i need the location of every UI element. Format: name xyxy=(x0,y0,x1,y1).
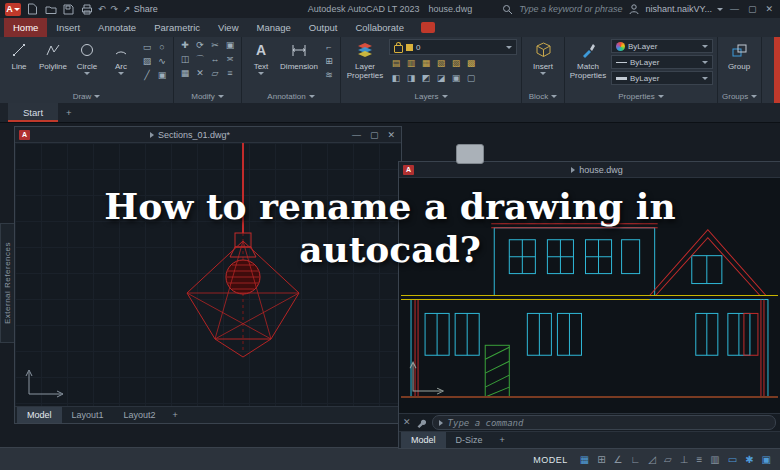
undo-icon[interactable]: ↶ xyxy=(98,5,106,14)
panel-label-draw[interactable]: Draw xyxy=(4,90,169,103)
fillet-icon[interactable]: ⌒ xyxy=(193,53,207,66)
text-tool-button[interactable]: A Text xyxy=(246,39,276,75)
external-references-panel-tab[interactable]: External References xyxy=(0,223,15,343)
match-properties-button[interactable]: Match Properties xyxy=(569,39,607,80)
new-file-icon[interactable] xyxy=(26,3,39,16)
offset-icon[interactable]: ▱ xyxy=(208,67,222,80)
ribbon-tab-parametric[interactable]: Parametric xyxy=(145,18,209,37)
region-icon[interactable]: ▣ xyxy=(155,69,169,82)
arc-tool-button[interactable]: Arc xyxy=(106,39,136,75)
command-close-icon[interactable]: ✕ xyxy=(403,418,411,427)
redo-icon[interactable]: ↷ xyxy=(111,5,119,14)
wrench-icon[interactable] xyxy=(415,416,428,429)
layer-isolate-icon[interactable]: ▨ xyxy=(449,57,463,70)
sections-maximize-button[interactable]: ▢ xyxy=(368,130,381,140)
viewcube[interactable] xyxy=(456,144,484,164)
autocad-logo-icon[interactable]: A xyxy=(5,3,21,16)
ribbon-tab-annotate[interactable]: Annotate xyxy=(89,18,145,37)
object-color-dropdown[interactable]: ByLayer xyxy=(611,39,713,53)
print-icon[interactable] xyxy=(80,3,93,16)
ribbon-tab-view[interactable]: View xyxy=(209,18,247,37)
snap-icon[interactable]: ⊞ xyxy=(597,455,605,465)
layer-merge-icon[interactable]: ◩ xyxy=(419,72,433,85)
ribbon-tab-manage[interactable]: Manage xyxy=(248,18,300,37)
array-icon[interactable]: ▦ xyxy=(178,67,192,80)
search-icon[interactable] xyxy=(501,3,514,16)
new-drawing-tab-button[interactable]: + xyxy=(58,103,80,122)
layer-match-icon[interactable]: ▧ xyxy=(434,57,448,70)
group-button[interactable]: Group xyxy=(722,39,756,71)
lineweight-icon[interactable]: ≡ xyxy=(696,455,702,465)
panel-label-modify[interactable]: Modify xyxy=(178,90,237,103)
leader-icon[interactable]: ⌐ xyxy=(322,41,336,54)
ribbon-tab-insert[interactable]: Insert xyxy=(47,18,89,37)
start-tab[interactable]: Start xyxy=(8,103,58,122)
layer-unisolate-icon[interactable]: ▩ xyxy=(464,57,478,70)
house-canvas[interactable] xyxy=(399,178,780,413)
circle-tool-button[interactable]: Circle xyxy=(72,39,102,75)
annotation-scale-icon[interactable]: ✱ xyxy=(745,455,753,465)
layer-previous-icon[interactable]: ◧ xyxy=(389,72,403,85)
open-file-icon[interactable] xyxy=(44,3,57,16)
line-tool-button[interactable]: Line xyxy=(4,39,34,71)
command-input[interactable]: Type a command xyxy=(448,418,524,428)
new-layout-tab-button[interactable]: + xyxy=(493,432,512,448)
scale-icon[interactable]: ≍ xyxy=(223,53,237,66)
polar-tracking-icon[interactable]: ◿ xyxy=(648,455,656,465)
layer-freeze-icon[interactable]: ▥ xyxy=(404,57,418,70)
search-input[interactable]: Type a keyword or phrase xyxy=(519,4,622,14)
layout1-tab[interactable]: Layout1 xyxy=(62,407,114,423)
d-size-tab[interactable]: D-Size xyxy=(446,432,493,448)
model-tab[interactable]: Model xyxy=(17,407,62,423)
new-layout-tab-button[interactable]: + xyxy=(166,407,185,423)
close-button[interactable]: ✕ xyxy=(763,4,775,14)
explode-icon[interactable]: ≡ xyxy=(223,67,237,80)
layer-select-dropdown[interactable]: 0 xyxy=(389,39,517,55)
stretch-icon[interactable]: ↔ xyxy=(208,53,222,66)
panel-label-layers[interactable]: Layers xyxy=(345,90,517,103)
share-button[interactable]: ↗ Share xyxy=(123,4,158,14)
sections-close-button[interactable]: ✕ xyxy=(385,130,397,140)
layout2-tab[interactable]: Layout2 xyxy=(114,407,166,423)
grid-icon[interactable]: ▦ xyxy=(580,455,589,465)
layer-properties-button[interactable]: Layer Properties xyxy=(345,39,385,80)
transparency-icon[interactable]: ▥ xyxy=(710,455,719,465)
selection-cycling-icon[interactable]: ▭ xyxy=(728,455,737,465)
dimension-tool-button[interactable]: Dimension xyxy=(280,39,318,71)
erase-icon[interactable]: ✕ xyxy=(193,67,207,80)
sections-minimize-button[interactable]: — xyxy=(350,130,363,140)
spline-icon[interactable]: ∿ xyxy=(155,55,169,68)
move-icon[interactable]: ✚ xyxy=(178,39,192,52)
panel-label-block[interactable]: Block xyxy=(526,90,560,103)
layer-on-all-icon[interactable]: ▢ xyxy=(464,72,478,85)
lineweight-dropdown[interactable]: ByLayer xyxy=(611,71,713,85)
sections-window-title-bar[interactable]: A Sections_01.dwg* — ▢ ✕ xyxy=(15,127,401,143)
panel-label-groups[interactable]: Groups xyxy=(722,90,757,103)
ribbon-tab-output[interactable]: Output xyxy=(300,18,347,37)
table-icon[interactable]: ⊞ xyxy=(322,55,336,68)
polyline-tool-button[interactable]: Polyline xyxy=(38,39,68,71)
model-tab[interactable]: Model xyxy=(401,432,446,448)
red-accent-button[interactable] xyxy=(421,22,435,33)
layer-freeze-all-icon[interactable]: ▣ xyxy=(449,72,463,85)
layer-off-icon[interactable]: ▤ xyxy=(389,57,403,70)
save-icon[interactable] xyxy=(62,3,75,16)
layer-lock-icon[interactable]: ▦ xyxy=(419,57,433,70)
markup-icon[interactable]: ≋ xyxy=(322,69,336,82)
insert-block-button[interactable]: Insert xyxy=(526,39,560,75)
panel-label-properties[interactable]: Properties xyxy=(569,90,713,103)
chevron-down-icon[interactable] xyxy=(717,8,723,11)
linetype-dropdown[interactable]: ByLayer xyxy=(611,55,713,69)
workspace-switch-icon[interactable]: ▣ xyxy=(762,455,771,465)
ribbon-tab-collaborate[interactable]: Collaborate xyxy=(346,18,413,37)
ortho-icon[interactable]: ∟ xyxy=(630,455,640,465)
user-name[interactable]: nishant.naikVY... xyxy=(646,4,712,14)
layer-walk-icon[interactable]: ◨ xyxy=(404,72,418,85)
sections-canvas[interactable] xyxy=(15,143,401,406)
ellipse-icon[interactable]: ○ xyxy=(155,41,169,54)
trim-icon[interactable]: ✂ xyxy=(208,39,222,52)
isodraft-icon[interactable]: ▱ xyxy=(664,455,672,465)
copy-icon[interactable]: ▣ xyxy=(223,39,237,52)
model-space-indicator[interactable]: MODEL xyxy=(533,455,568,465)
mirror-icon[interactable]: ◫ xyxy=(178,53,192,66)
